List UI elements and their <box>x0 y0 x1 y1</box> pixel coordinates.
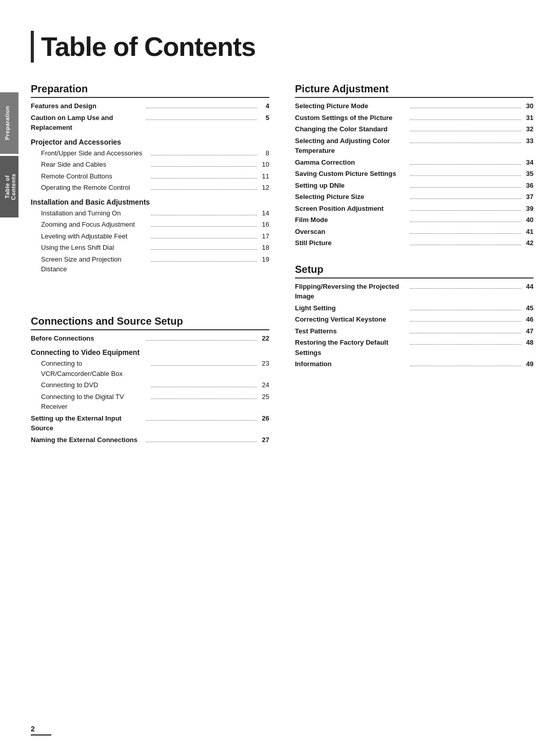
toc-entry-rear: Rear Side and Cables 10 <box>31 160 269 170</box>
toc-entry-color-standard: Changing the Color Standard 32 <box>295 124 533 134</box>
page-number-line <box>31 734 51 735</box>
toc-entry-lens-shift: Using the Lens Shift Dial 18 <box>31 243 269 253</box>
toc-entry-overscan: Overscan 41 <box>295 227 533 237</box>
title-wrapper: Table of Contents <box>31 31 533 63</box>
side-tab-preparation: Preparation <box>0 92 18 154</box>
toc-entry-installation-turning: Installation and Turning On 14 <box>31 208 269 218</box>
toc-entry-screen-size: Screen Size and Projection Distance 19 <box>31 254 269 274</box>
toc-entry-factory-reset: Restoring the Factory Default Settings 4… <box>295 337 533 357</box>
section-preparation: Preparation Features and Design 4 Cautio… <box>31 83 269 274</box>
toc-entry-information: Information 49 <box>295 359 533 369</box>
toc-entry-test-patterns: Test Patterns 47 <box>295 326 533 336</box>
col-left: Preparation Features and Design 4 Cautio… <box>31 83 269 459</box>
section-header-preparation: Preparation <box>31 83 269 98</box>
toc-entry-external-input: Setting up the External Input Source 26 <box>31 413 269 433</box>
toc-entry-color-temp: Selecting and Adjusting Color Temperatur… <box>295 136 533 156</box>
toc-entry-film-mode: Film Mode 40 <box>295 215 533 225</box>
toc-entry-front: Front/Upper Side and Accessories 8 <box>31 148 269 158</box>
toc-columns: Preparation Features and Design 4 Cautio… <box>31 83 533 459</box>
toc-entry-picture-mode: Selecting Picture Mode 30 <box>295 101 533 111</box>
section-picture: Picture Adjustment Selecting Picture Mod… <box>295 83 533 248</box>
page-title: Table of Contents <box>41 33 255 60</box>
toc-entry-flipping: Flipping/Reversing the Projected Image 4… <box>295 282 533 302</box>
page-number: 2 <box>31 725 35 733</box>
subsection-projector: Projector and Accessories <box>31 138 269 146</box>
toc-entry-saving-custom: Saving Custom Picture Settings 35 <box>295 169 533 179</box>
subsection-installation: Installation and Basic Adjustments <box>31 198 269 206</box>
toc-entry-digital-tv: Connecting to the Digital TV Receiver 25 <box>31 392 269 412</box>
toc-entry-light-setting: Light Setting 45 <box>295 303 533 313</box>
side-tab-toc: Table of Contents <box>0 156 18 217</box>
toc-entry-picture-size: Selecting Picture Size 37 <box>295 192 533 202</box>
section-header-setup: Setup <box>295 264 533 278</box>
page-number-wrapper: 2 <box>31 725 51 735</box>
toc-entry-vcr: Connecting to VCR/Camcorder/Cable Box 23 <box>31 359 269 379</box>
toc-entry-dnie: Setting up DNIe 36 <box>295 181 533 191</box>
subsection-connecting-video: Connecting to Video Equipment <box>31 348 269 356</box>
toc-entry-custom-settings: Custom Settings of the Picture 31 <box>295 113 533 123</box>
toc-entry-naming: Naming the External Connections 27 <box>31 435 269 445</box>
section-connections: Connections and Source Setup Before Conn… <box>31 315 269 445</box>
toc-entry-zooming: Zooming and Focus Adjustment 16 <box>31 220 269 230</box>
toc-entry-screen-position: Screen Position Adjustment 39 <box>295 204 533 214</box>
toc-entry-gamma: Gamma Correction 34 <box>295 157 533 168</box>
toc-entry-keystone: Correcting Vertical Keystone 46 <box>295 314 533 325</box>
side-tabs: Preparation Table of Contents <box>0 92 18 217</box>
section-header-connections: Connections and Source Setup <box>31 315 269 330</box>
toc-entry-caution: Caution on Lamp Use and Replacement 5 <box>31 113 269 133</box>
toc-entry-leveling: Leveling with Adjustable Feet 17 <box>31 231 269 242</box>
section-setup: Setup Flipping/Reversing the Projected I… <box>295 264 533 369</box>
section-header-picture: Picture Adjustment <box>295 83 533 98</box>
main-content: Table of Contents Preparation Features a… <box>31 0 533 459</box>
toc-entry-features: Features and Design 4 <box>31 101 269 111</box>
toc-entry-still-picture: Still Picture 42 <box>295 238 533 248</box>
toc-entry-remote-buttons: Remote Control Buttons 11 <box>31 171 269 182</box>
col-right: Picture Adjustment Selecting Picture Mod… <box>295 83 533 459</box>
toc-entry-dvd: Connecting to DVD 24 <box>31 380 269 390</box>
toc-entry-remote-control: Operating the Remote Control 12 <box>31 183 269 193</box>
toc-entry-before-connections: Before Connections 22 <box>31 333 269 344</box>
title-bar-accent <box>31 31 34 63</box>
